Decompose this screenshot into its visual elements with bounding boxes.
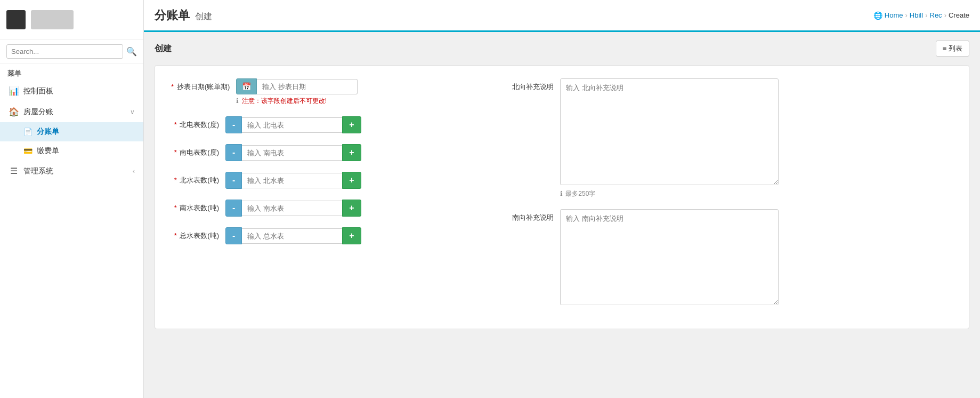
page-subtitle: 创建 [195, 11, 212, 22]
total-water-input[interactable] [242, 228, 342, 244]
breadcrumb-home[interactable]: Home [885, 11, 903, 19]
south-water-plus-button[interactable]: + [342, 200, 361, 217]
north-note-textarea[interactable] [560, 78, 779, 185]
logo-gray [31, 10, 74, 29]
search-icon[interactable]: 🔍 [126, 46, 137, 57]
north-electric-row: * 北电表数(度) - + [171, 116, 491, 133]
south-electric-minus-button[interactable]: - [225, 144, 242, 161]
south-electric-input-row: - + [225, 144, 491, 161]
south-electric-row: * 南电表数(度) - + [171, 144, 491, 161]
meter-date-label: * 抄表日期(账单期) [171, 78, 230, 92]
north-note-row: 北向补充说明 ℹ 最多250字 [512, 78, 779, 198]
north-water-plus-button[interactable]: + [342, 172, 361, 189]
north-water-minus-button[interactable]: - [225, 172, 242, 189]
payment-icon: 💳 [23, 147, 33, 155]
sidebar-item-split-bill[interactable]: 📄 分账单 [0, 122, 143, 141]
north-electric-plus-button[interactable]: + [342, 116, 361, 133]
sidebar-item-label: 分账单 [37, 127, 59, 137]
north-electric-minus-button[interactable]: - [225, 116, 242, 133]
north-water-row: * 北水表数(吨) - + [171, 172, 491, 189]
south-water-minus-button[interactable]: - [225, 200, 242, 217]
south-note-row: 南向补充说明 [512, 209, 779, 305]
breadcrumb-sep-2: › [925, 11, 927, 19]
meter-date-input[interactable] [257, 79, 358, 94]
south-electric-label: * 南电表数(度) [171, 144, 219, 157]
main-content: 分账单 创建 🌐 Home › Hbill › Rec › Create 创建 … [144, 0, 980, 398]
form-left: * 抄表日期(账单期) 📅 ℹ 注意：该字段创建后不可更改! [171, 78, 491, 316]
total-water-minus-button[interactable]: - [225, 227, 242, 244]
calendar-button[interactable]: 📅 [236, 78, 257, 94]
required-star: * [174, 148, 177, 156]
bill-icon: 📄 [23, 128, 33, 136]
breadcrumb-sep-1: › [905, 11, 908, 19]
south-note-label: 南向补充说明 [512, 209, 554, 222]
north-electric-input[interactable] [242, 117, 342, 133]
required-star: * [174, 232, 177, 240]
total-water-plus-button[interactable]: + [342, 227, 361, 244]
south-note-field [560, 209, 779, 305]
chevron-down-icon: ∨ [130, 108, 135, 116]
char-limit-text: ℹ 最多250字 [560, 189, 779, 198]
south-note-textarea[interactable] [560, 209, 779, 305]
north-water-label: * 北水表数(吨) [171, 172, 219, 185]
required-star: * [174, 121, 177, 129]
sidebar-item-dashboard[interactable]: 📊 控制面板 [0, 81, 143, 101]
north-water-input[interactable] [242, 173, 342, 188]
menu-label: 菜单 [0, 63, 143, 81]
section-title: 创建 [155, 43, 172, 54]
south-water-input[interactable] [242, 201, 342, 216]
sidebar-logo [0, 0, 143, 40]
north-electric-field: - + [225, 116, 491, 133]
meter-date-row: * 抄表日期(账单期) 📅 ℹ 注意：该字段创建后不可更改! [171, 78, 491, 106]
form-right: 北向补充说明 ℹ 最多250字 南向补充说明 [512, 78, 779, 316]
required-star: * [174, 176, 177, 184]
search-input[interactable] [6, 44, 123, 59]
sidebar-item-label: 房屋分账 [23, 107, 53, 117]
house-icon: 🏠 [9, 107, 19, 117]
required-star: * [171, 83, 174, 91]
sidebar-item-label: 缴费单 [37, 146, 59, 156]
sidebar-item-payment[interactable]: 💳 缴费单 [0, 141, 143, 161]
sidebar-item-label: 管理系统 [23, 166, 53, 176]
breadcrumb-sep-3: › [944, 11, 946, 19]
south-electric-input[interactable] [242, 145, 342, 161]
sidebar: 🔍 菜单 📊 控制面板 🏠 房屋分账 ∨ 📄 分账单 💳 缴费单 ☰ 管理系统 … [0, 0, 144, 398]
south-water-label: * 南水表数(吨) [171, 200, 219, 213]
dashboard-icon: 📊 [9, 86, 19, 96]
sidebar-item-house-split[interactable]: 🏠 房屋分账 ∨ [0, 101, 143, 122]
total-water-field: - + [225, 227, 491, 244]
form-card: * 抄表日期(账单期) 📅 ℹ 注意：该字段创建后不可更改! [155, 65, 969, 329]
breadcrumb-hbill[interactable]: Hbill [910, 11, 923, 19]
date-input-row: 📅 [236, 78, 491, 94]
management-icon: ☰ [9, 166, 19, 176]
sidebar-search-container: 🔍 [0, 40, 143, 63]
south-water-row: * 南水表数(吨) - + [171, 200, 491, 217]
sidebar-item-management[interactable]: ☰ 管理系统 ‹ [0, 161, 143, 181]
north-water-field: - + [225, 172, 491, 189]
home-globe-icon: 🌐 [873, 11, 882, 20]
south-water-field: - + [225, 200, 491, 217]
logo-dark [6, 10, 26, 29]
form-layout: * 抄表日期(账单期) 📅 ℹ 注意：该字段创建后不可更改! [171, 78, 953, 316]
main-header: 分账单 创建 🌐 Home › Hbill › Rec › Create [144, 0, 980, 32]
north-electric-label: * 北电表数(度) [171, 116, 219, 130]
list-button[interactable]: ≡ 列表 [936, 41, 969, 57]
south-electric-plus-button[interactable]: + [342, 144, 361, 161]
header-title-group: 分账单 创建 [155, 7, 212, 23]
main-body: 创建 ≡ 列表 * 抄表日期(账单期) 📅 [144, 32, 980, 398]
north-water-input-row: - + [225, 172, 491, 189]
north-electric-input-row: - + [225, 116, 491, 133]
south-electric-field: - + [225, 144, 491, 161]
total-water-input-row: - + [225, 227, 491, 244]
south-water-input-row: - + [225, 200, 491, 217]
section-header: 创建 ≡ 列表 [155, 41, 969, 57]
required-star: * [174, 204, 177, 212]
north-note-label: 北向补充说明 [512, 78, 554, 92]
page-title: 分账单 [155, 7, 190, 23]
breadcrumb-rec[interactable]: Rec [930, 11, 942, 19]
north-note-field: ℹ 最多250字 [560, 78, 779, 198]
meter-date-field: 📅 ℹ 注意：该字段创建后不可更改! [236, 78, 491, 106]
info-circle-icon: ℹ [560, 190, 563, 197]
sidebar-item-label: 控制面板 [23, 86, 53, 96]
total-water-row: * 总水表数(吨) - + [171, 227, 491, 244]
